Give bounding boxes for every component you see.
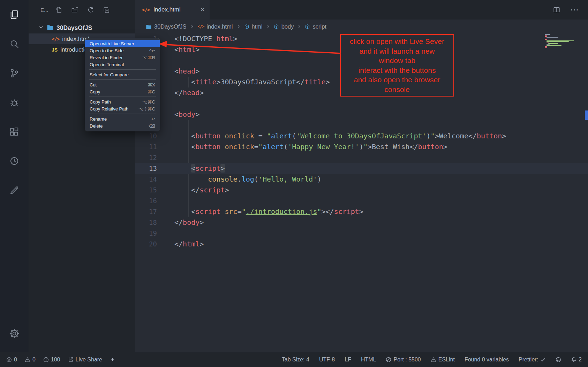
extensions-icon[interactable] [0, 117, 29, 146]
breadcrumb-item-script[interactable]: script [305, 23, 326, 30]
menu-item-copy-relative-path[interactable]: Copy Relative Path⌥⇧⌘C [85, 105, 160, 112]
minimap[interactable] [545, 34, 578, 48]
refresh-icon[interactable] [87, 6, 94, 14]
code-line-16[interactable]: 16 [135, 196, 588, 206]
status-label: LF [345, 357, 351, 363]
workspace-folder-row[interactable]: 30DaysOfJS [29, 23, 135, 33]
breadcrumb-item-index-html[interactable]: </>index.html [198, 23, 233, 30]
status-lf[interactable]: LF [345, 357, 351, 363]
run-debug-icon[interactable] [0, 88, 29, 117]
status-smiley[interactable] [556, 357, 561, 362]
breadcrumb-item-html[interactable]: html [244, 23, 263, 30]
line-content: <html> [174, 44, 199, 55]
menu-item-shortcut: ⌥⌘C [142, 99, 155, 105]
status-html[interactable]: HTML [361, 357, 376, 363]
status-port-5500[interactable]: Port : 5500 [386, 357, 421, 363]
menu-item-open-to-the-side[interactable]: Open to the Side^↩ [85, 47, 160, 54]
menu-item-copy[interactable]: Copy⌘C [85, 88, 160, 95]
status-utf-8[interactable]: UTF-8 [319, 357, 335, 363]
status-2[interactable]: 2 [571, 357, 582, 363]
breadcrumb-item-30daysofjs[interactable]: 30DaysOfJS [146, 23, 187, 30]
line-number[interactable]: 17 [135, 206, 160, 217]
new-folder-icon[interactable] [71, 6, 78, 14]
code-line-11[interactable]: 11 <button onclick="alert('Happy New Yea… [135, 142, 588, 152]
code-line-9[interactable]: 9 [135, 120, 588, 131]
code-line-18[interactable]: 18</body> [135, 217, 588, 228]
menu-item-select-for-compare[interactable]: Select for Compare [85, 71, 160, 78]
menu-item-label: Copy [90, 89, 100, 94]
scrollbar-decoration [585, 110, 588, 120]
status-found-0-variables[interactable]: Found 0 variables [465, 357, 509, 363]
line-content: <button onclick="alert('Happy New Year!'… [174, 142, 447, 152]
line-content: <button onclick = "alert('Welcome to 30D… [174, 131, 506, 142]
split-editor-icon[interactable] [553, 6, 560, 14]
code-line-10[interactable]: 10 <button onclick = "alert('Welcome to … [135, 131, 588, 142]
menu-item-open-in-terminal[interactable]: Open in Terminal [85, 61, 160, 68]
status-tab-size-4[interactable]: Tab Size: 4 [282, 357, 309, 363]
chevron-right-icon [236, 24, 241, 29]
more-actions-icon[interactable]: ⋯ [570, 5, 579, 15]
menu-item-reveal-in-finder[interactable]: Reveal in Finder⌥⌘R [85, 54, 160, 61]
clock-icon[interactable] [0, 146, 29, 176]
menu-item-delete[interactable]: Delete⌫ [85, 122, 160, 129]
status-prettier[interactable]: Prettier: [519, 357, 546, 363]
explorer-icon[interactable] [0, 0, 29, 29]
source-control-icon[interactable] [0, 59, 29, 88]
code-line-15[interactable]: 15 </script> [135, 185, 588, 196]
sidebar-header: E... [29, 0, 135, 20]
status-zap[interactable] [110, 357, 115, 362]
collapse-all-icon[interactable] [103, 6, 110, 14]
code-line-19[interactable]: 19 [135, 228, 588, 239]
code-line-14[interactable]: 14 console.log('Hello, World') [135, 174, 588, 185]
zap-icon [110, 357, 115, 362]
warning-icon [25, 357, 30, 362]
line-number[interactable]: 19 [135, 228, 160, 239]
breadcrumb-item-body[interactable]: body [274, 23, 294, 30]
line-number[interactable]: 10 [135, 131, 160, 142]
menu-item-cut[interactable]: Cut⌘X [85, 81, 160, 88]
line-content: </html> [174, 239, 204, 250]
search-icon[interactable] [0, 29, 29, 59]
code-line-7[interactable]: 7 [135, 98, 588, 109]
blocked-icon [386, 357, 391, 362]
status-0[interactable]: 0 [6, 357, 17, 363]
code-line-12[interactable]: 12 [135, 152, 588, 163]
status-live-share[interactable]: Live Share [68, 357, 103, 363]
menu-separator [89, 79, 156, 80]
settings-gear-icon[interactable] [0, 319, 29, 348]
status-0[interactable]: 0 [25, 357, 36, 363]
line-number[interactable]: 15 [135, 185, 160, 196]
menu-item-shortcut: ⌥⌘R [142, 55, 155, 60]
smiley-icon [556, 357, 561, 362]
line-number[interactable]: 14 [135, 174, 160, 185]
new-file-icon[interactable] [55, 6, 63, 14]
status-label: Live Share [76, 357, 103, 363]
status-label: Found 0 variables [465, 357, 509, 363]
line-content: </body> [174, 217, 204, 228]
live-share-icon [68, 357, 74, 362]
close-icon[interactable]: × [200, 6, 205, 14]
vscode-window: E... 30DaysOfJS </> index.html JS introd… [0, 0, 588, 367]
menu-item-copy-path[interactable]: Copy Path⌥⌘C [85, 98, 160, 105]
status-eslint[interactable]: ESLint [431, 357, 455, 363]
line-number[interactable]: 11 [135, 142, 160, 152]
code-line-20[interactable]: 20</html> [135, 239, 588, 250]
pen-icon[interactable] [0, 176, 29, 205]
line-number[interactable]: 16 [135, 196, 160, 206]
code-line-8[interactable]: 8<body> [135, 109, 588, 120]
line-content: <!DOCTYPE html> [174, 33, 238, 44]
status-label: UTF-8 [319, 357, 335, 363]
menu-item-open-with-live-server[interactable]: Open with Live Server [85, 40, 160, 47]
menu-item-shortcut: ⌘C [148, 89, 155, 94]
menu-item-rename[interactable]: Rename↩ [85, 115, 160, 122]
tab-index-html[interactable]: </> index.html × [135, 0, 210, 20]
status-100[interactable]: 100 [43, 357, 60, 363]
line-number[interactable]: 13 [135, 163, 160, 174]
code-line-13[interactable]: 13 <script> [135, 163, 588, 174]
code-line-17[interactable]: 17 <script src="./introduction.js"></scr… [135, 206, 588, 217]
annotation-line: click on open with Live Sever [341, 37, 453, 46]
line-number[interactable]: 20 [135, 239, 160, 250]
line-number[interactable]: 12 [135, 152, 160, 163]
line-number[interactable]: 18 [135, 217, 160, 228]
menu-separator [89, 97, 156, 97]
